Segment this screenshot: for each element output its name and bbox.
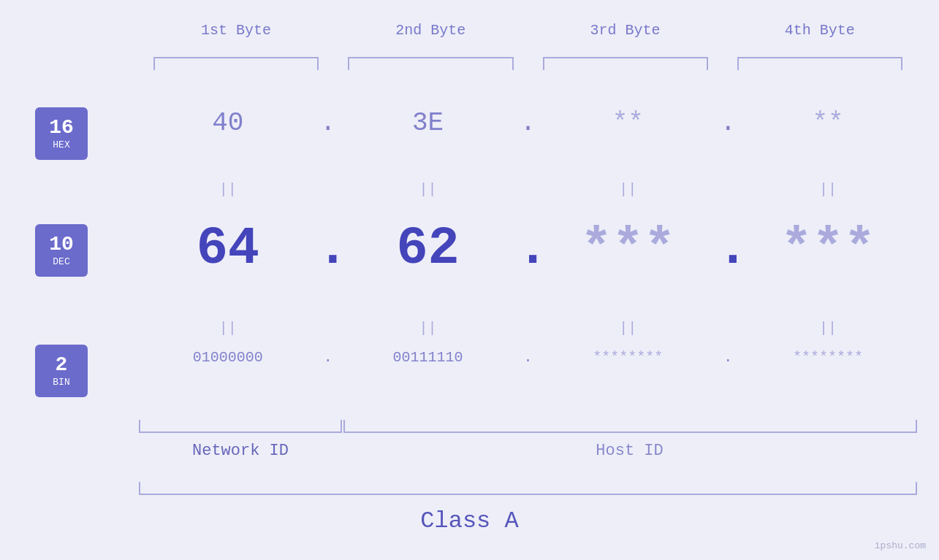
badge-bin: 2 BIN — [35, 345, 88, 397]
bin-dot-1: . — [317, 349, 339, 366]
watermark: ipshu.com — [875, 540, 926, 551]
dec-dot-3: . — [717, 219, 739, 279]
hex-dot-1: . — [317, 108, 339, 138]
hex-dot-3: . — [717, 108, 739, 138]
col-header-4: 4th Byte — [723, 22, 917, 39]
equals-dec-bin: || || || || — [139, 320, 917, 337]
bin-row: 01000000 . 00111110 . ******** . *******… — [139, 349, 917, 366]
col-header-2: 2nd Byte — [333, 22, 528, 39]
bracket-1 — [153, 57, 319, 70]
bracket-network-id — [139, 420, 342, 433]
hex-byte-4: ** — [739, 108, 917, 138]
host-id-label: Host ID — [342, 442, 917, 460]
equals-dec-bin-1: || — [139, 320, 317, 337]
equals-dec-bin-4: || — [739, 320, 917, 337]
bracket-2 — [348, 57, 513, 70]
equals-3: || — [539, 181, 718, 198]
bracket-4 — [737, 57, 902, 70]
hex-dot-2: . — [517, 108, 539, 138]
top-brackets-row — [139, 57, 917, 70]
class-a-label: Class A — [0, 507, 939, 534]
network-id-label: Network ID — [139, 442, 342, 460]
hex-byte-1: 40 — [139, 108, 317, 138]
badge-bin-label: BIN — [53, 377, 69, 388]
equals-2: || — [339, 181, 517, 198]
badge-dec-num: 10 — [49, 234, 74, 256]
equals-dec-bin-2: || — [339, 320, 517, 337]
dec-dot-1: . — [317, 219, 339, 279]
dec-byte-3: *** — [539, 219, 718, 279]
dec-dot-2: . — [517, 219, 539, 279]
badge-hex-num: 16 — [49, 117, 74, 139]
bottom-brackets-row — [139, 420, 917, 433]
equals-4: || — [739, 181, 917, 198]
dec-row: 64 . 62 . *** . *** — [139, 219, 917, 279]
hex-row: 40 . 3E . ** . ** — [139, 108, 917, 138]
badge-dec-label: DEC — [53, 256, 69, 267]
bracket-host-id — [343, 420, 917, 433]
col-header-1: 1st Byte — [139, 22, 333, 39]
dec-byte-4: *** — [739, 219, 917, 279]
class-bracket — [139, 482, 917, 495]
main-container: 16 HEX 10 DEC 2 BIN 1st Byte 2nd Byte 3r… — [0, 0, 939, 560]
labels-row: Network ID Host ID — [139, 442, 917, 460]
dec-byte-2: 62 — [339, 219, 517, 279]
bin-byte-1: 01000000 — [139, 349, 317, 366]
hex-byte-2: 3E — [339, 108, 517, 138]
bin-dot-3: . — [717, 349, 739, 366]
badge-bin-num: 2 — [56, 354, 68, 377]
col-header-3: 3rd Byte — [528, 22, 723, 39]
bracket-3 — [543, 57, 708, 70]
dec-byte-1: 64 — [139, 219, 317, 279]
bin-byte-4: ******** — [739, 349, 917, 366]
bin-byte-3: ******** — [539, 349, 718, 366]
badge-hex-label: HEX — [53, 139, 69, 150]
hex-byte-3: ** — [539, 108, 718, 138]
badge-hex: 16 HEX — [35, 107, 88, 160]
badge-dec: 10 DEC — [35, 224, 88, 277]
bin-dot-2: . — [517, 349, 539, 366]
equals-1: || — [139, 181, 317, 198]
headers-row: 1st Byte 2nd Byte 3rd Byte 4th Byte — [139, 22, 917, 39]
bin-byte-2: 00111110 — [339, 349, 517, 366]
equals-dec-bin-3: || — [539, 320, 718, 337]
equals-hex-dec: || || || || — [139, 181, 917, 198]
